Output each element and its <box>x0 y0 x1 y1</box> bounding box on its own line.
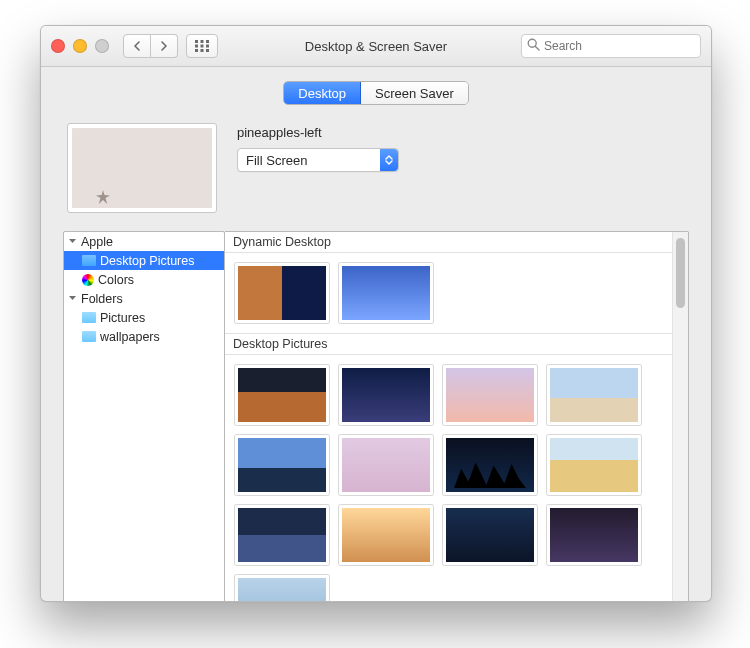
wallpaper-thumb[interactable] <box>547 365 641 425</box>
current-image-controls: pineapples-left Fill Screen <box>237 123 685 172</box>
fit-mode-popup[interactable]: Fill Screen <box>237 148 399 172</box>
popup-arrows-icon <box>380 149 398 171</box>
tree-group-apple[interactable]: Apple <box>64 232 224 251</box>
svg-rect-5 <box>206 45 209 48</box>
preferences-window: Desktop & Screen Saver Desktop Screen Sa… <box>40 25 712 602</box>
svg-rect-2 <box>206 40 209 43</box>
chevron-left-icon <box>133 41 141 51</box>
search-wrap <box>521 34 701 58</box>
tree-item-label: Colors <box>98 273 134 287</box>
folder-icon <box>82 255 96 266</box>
wallpaper-scroll[interactable]: Dynamic Desktop Desktop Pictures <box>225 232 672 602</box>
svg-rect-7 <box>201 49 204 52</box>
tree-item-colors[interactable]: Colors <box>64 270 224 289</box>
search-input[interactable] <box>521 34 701 58</box>
wallpaper-thumb[interactable] <box>339 505 433 565</box>
wallpaper-thumb-current <box>72 128 212 208</box>
picture-thumbs <box>225 355 672 602</box>
tree-item-label: Pictures <box>100 311 145 325</box>
disclosure-triangle-icon <box>68 294 77 303</box>
current-image-preview <box>67 123 217 213</box>
current-image-name: pineapples-left <box>237 125 685 140</box>
svg-rect-8 <box>206 49 209 52</box>
nav-buttons <box>123 34 178 58</box>
grid-icon <box>195 40 209 52</box>
wallpaper-thumb[interactable] <box>235 575 329 602</box>
source-sidebar: Apple Desktop Pictures Colors <box>63 231 225 602</box>
wallpaper-thumb[interactable] <box>339 365 433 425</box>
tree-group-label: Folders <box>81 292 123 306</box>
back-button[interactable] <box>123 34 151 58</box>
tab-desktop[interactable]: Desktop <box>284 82 361 104</box>
wallpaper-thumb[interactable] <box>235 505 329 565</box>
tree-item-label: wallpapers <box>100 330 160 344</box>
close-window-button[interactable] <box>51 39 65 53</box>
split-view: Apple Desktop Pictures Colors <box>63 231 689 602</box>
tree-item-wallpapers[interactable]: wallpapers <box>64 327 224 346</box>
tree-item-label: Desktop Pictures <box>100 254 194 268</box>
svg-rect-1 <box>201 40 204 43</box>
wallpaper-thumb[interactable] <box>443 365 537 425</box>
wallpaper-thumb[interactable] <box>547 435 641 495</box>
wallpaper-content: Dynamic Desktop Desktop Pictures <box>225 231 689 602</box>
zoom-window-button[interactable] <box>95 39 109 53</box>
section-header-pictures: Desktop Pictures <box>225 333 672 355</box>
wallpaper-thumb[interactable] <box>443 505 537 565</box>
color-wheel-icon <box>82 274 94 286</box>
tree-item-desktop-pictures[interactable]: Desktop Pictures <box>64 251 224 270</box>
dynamic-thumbs <box>225 253 672 333</box>
wallpaper-thumb[interactable] <box>443 435 537 495</box>
tree-group-folders[interactable]: Folders <box>64 289 224 308</box>
fit-mode-value: Fill Screen <box>238 153 315 168</box>
scrollbar[interactable] <box>672 232 688 602</box>
disclosure-triangle-icon <box>68 237 77 246</box>
wallpaper-thumb[interactable] <box>547 505 641 565</box>
scrollbar-thumb[interactable] <box>676 238 685 308</box>
tab-screen-saver[interactable]: Screen Saver <box>361 82 468 104</box>
titlebar: Desktop & Screen Saver <box>41 26 711 67</box>
tree-group-label: Apple <box>81 235 113 249</box>
tree-item-pictures[interactable]: Pictures <box>64 308 224 327</box>
section-header-dynamic: Dynamic Desktop <box>225 232 672 253</box>
pane-body: Desktop Screen Saver pineapples-left Fil… <box>41 67 711 602</box>
wallpaper-thumb[interactable] <box>235 365 329 425</box>
minimize-window-button[interactable] <box>73 39 87 53</box>
wallpaper-thumb[interactable] <box>235 263 329 323</box>
chevron-right-icon <box>160 41 168 51</box>
forward-button[interactable] <box>151 34 178 58</box>
svg-rect-6 <box>195 49 198 52</box>
current-image-row: pineapples-left Fill Screen <box>63 123 689 213</box>
wallpaper-thumb[interactable] <box>339 263 433 323</box>
show-all-button[interactable] <box>186 34 218 58</box>
window-controls <box>51 39 109 53</box>
svg-rect-4 <box>201 45 204 48</box>
tab-bar: Desktop Screen Saver <box>63 81 689 105</box>
svg-rect-3 <box>195 45 198 48</box>
folder-icon <box>82 331 96 342</box>
svg-rect-0 <box>195 40 198 43</box>
wallpaper-thumb[interactable] <box>339 435 433 495</box>
folder-icon <box>82 312 96 323</box>
source-tree: Apple Desktop Pictures Colors <box>64 232 224 602</box>
wallpaper-thumb[interactable] <box>235 435 329 495</box>
